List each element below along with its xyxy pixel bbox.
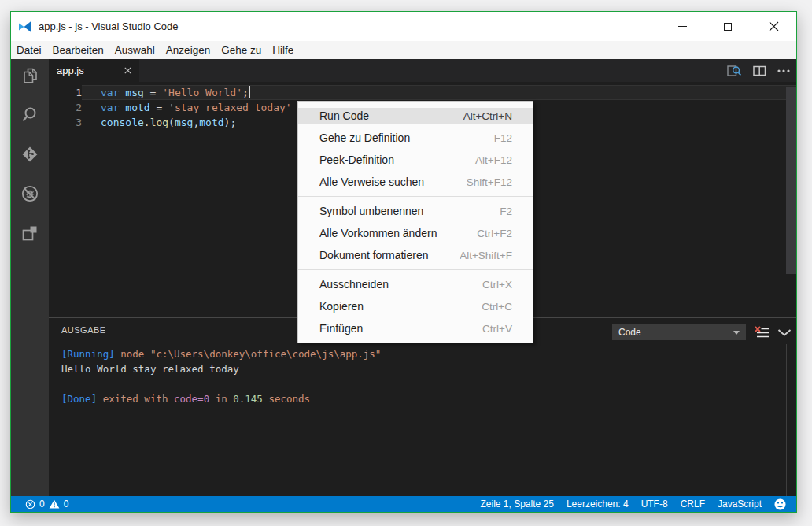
menu-auswahl[interactable]: Auswahl	[109, 44, 161, 56]
feedback-smiley-icon[interactable]	[774, 498, 786, 510]
context-item-kopieren[interactable]: KopierenCtrl+C	[298, 295, 533, 317]
context-item-alle-vorkommen-ändern[interactable]: Alle Vorkommen ändernCtrl+F2	[298, 222, 533, 244]
output-line: [Running] node "c:\Users\donkey\office\c…	[61, 346, 381, 361]
source-control-icon[interactable]	[11, 135, 49, 174]
close-button[interactable]	[751, 12, 796, 41]
menu-bearbeiten[interactable]: Bearbeiten	[47, 44, 109, 56]
menu-anzeigen[interactable]: Anzeigen	[161, 44, 216, 56]
editor-actions	[727, 59, 790, 82]
warnings-icon	[49, 499, 60, 509]
context-item-symbol-umbenennen[interactable]: Symbol umbenennenF2	[298, 200, 533, 222]
errors-count: 0	[39, 498, 45, 509]
code-line-1: 1var msg = 'Hello World';	[49, 85, 796, 100]
window-controls	[659, 12, 796, 41]
vscode-logo-icon	[18, 20, 32, 34]
menu-datei[interactable]: Datei	[11, 44, 47, 56]
status-leerzeichen-4[interactable]: Leerzeichen: 4	[567, 498, 629, 509]
vscode-window: app.js - js - Visual Studio Code DateiBe…	[10, 11, 797, 513]
activity-bar	[11, 59, 49, 496]
more-actions-icon[interactable]	[777, 69, 790, 72]
menu-hilfe[interactable]: Hilfe	[267, 44, 299, 56]
context-item-einfügen[interactable]: EinfügenCtrl+V	[298, 317, 533, 339]
line-number: 3	[49, 115, 82, 130]
status-javascript[interactable]: JavaScript	[718, 498, 762, 509]
menu-separator	[298, 269, 533, 270]
maximize-button[interactable]	[705, 12, 751, 41]
problems-status[interactable]: 0 0	[11, 498, 68, 509]
line-number: 1	[49, 85, 82, 100]
code-text[interactable]: var msg = 'Hello World';	[82, 85, 796, 100]
desktop: app.js - js - Visual Studio Code DateiBe…	[0, 0, 812, 526]
split-editor-icon[interactable]	[753, 65, 766, 76]
tab-label: app.js	[57, 65, 84, 76]
channel-value: Code	[618, 327, 641, 338]
open-preview-icon[interactable]	[727, 64, 742, 77]
status-right-items: Zeile 1, Spalte 25Leerzeichen: 4UTF-8CRL…	[480, 498, 762, 509]
output-channel-select[interactable]: Code	[612, 324, 746, 340]
context-item-alle-verweise-suchen[interactable]: Alle Verweise suchenShift+F12	[298, 171, 533, 193]
menu-gehe-zu[interactable]: Gehe zu	[216, 44, 267, 56]
text-cursor	[249, 86, 250, 98]
context-item-gehe-zu-definition[interactable]: Gehe zu DefinitionF12	[298, 127, 533, 149]
status-zeile-1-spalte-25[interactable]: Zeile 1, Spalte 25	[480, 498, 553, 509]
hide-panel-chevron-icon[interactable]	[777, 329, 792, 336]
tab-close-icon[interactable]	[124, 67, 131, 74]
warnings-count: 0	[64, 498, 69, 509]
panel-scrollbar[interactable]	[786, 344, 787, 496]
explorer-icon[interactable]	[11, 56, 49, 95]
window-title: app.js - js - Visual Studio Code	[39, 20, 179, 32]
context-item-ausschneiden[interactable]: AusschneidenCtrl+X	[298, 273, 533, 295]
output-log: [Running] node "c:\Users\donkey\office\c…	[61, 346, 381, 406]
errors-icon	[25, 499, 35, 509]
panel-scrollbar-tick	[786, 413, 796, 413]
editor-scrollbar[interactable]	[786, 87, 796, 274]
output-panel: AUSGABE Code [Running] node "c:	[49, 318, 796, 496]
output-line: [Done] exited with code=0 in 0.145 secon…	[61, 391, 381, 406]
tab-appjs[interactable]: app.js	[49, 59, 139, 82]
line-number: 2	[49, 100, 82, 115]
minimize-button[interactable]	[659, 12, 705, 41]
debug-icon[interactable]	[11, 174, 49, 213]
context-item-peek-definition[interactable]: Peek-DefinitionAlt+F12	[298, 149, 533, 171]
clear-output-icon[interactable]	[754, 326, 770, 339]
status-crlf[interactable]: CRLF	[681, 498, 705, 509]
context-item-dokument-formatieren[interactable]: Dokument formatierenAlt+Shift+F	[298, 244, 533, 266]
status-bar: 0 0 Zeile 1, Spalte 25Leerzeichen: 4UTF-…	[11, 496, 796, 512]
output-line: Hello World stay relaxed today	[61, 361, 381, 376]
status-utf-8[interactable]: UTF-8	[641, 498, 668, 509]
panel-controls: Code	[612, 324, 792, 340]
panel-title[interactable]: AUSGABE	[61, 325, 106, 335]
context-menu: Run CodeAlt+Ctrl+NGehe zu DefinitionF12P…	[297, 101, 533, 343]
output-line	[61, 376, 381, 391]
search-icon[interactable]	[11, 95, 49, 135]
extensions-icon[interactable]	[11, 213, 49, 253]
tab-bar: app.js	[49, 59, 796, 82]
menu-bar: DateiBearbeitenAuswahlAnzeigenGehe zuHil…	[11, 41, 796, 59]
menu-separator	[298, 196, 533, 197]
dropdown-arrow-icon	[733, 331, 740, 335]
title-bar[interactable]: app.js - js - Visual Studio Code	[11, 12, 796, 41]
context-item-run-code[interactable]: Run CodeAlt+Ctrl+N	[298, 105, 533, 127]
